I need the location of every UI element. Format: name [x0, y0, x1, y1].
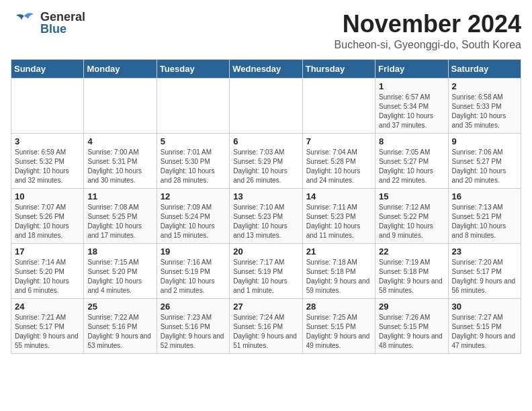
day-info: Sunrise: 7:01 AM Sunset: 5:30 PM Dayligh…: [161, 148, 226, 185]
day-info: Sunrise: 7:16 AM Sunset: 5:19 PM Dayligh…: [161, 258, 226, 295]
logo-blue: Blue: [40, 23, 85, 35]
day-info: Sunrise: 7:19 AM Sunset: 5:18 PM Dayligh…: [379, 258, 444, 295]
calendar-cell: 11Sunrise: 7:08 AM Sunset: 5:25 PM Dayli…: [84, 188, 157, 243]
calendar-week-row: 17Sunrise: 7:14 AM Sunset: 5:20 PM Dayli…: [11, 243, 521, 298]
calendar-cell: 8Sunrise: 7:05 AM Sunset: 5:27 PM Daylig…: [375, 133, 448, 188]
day-info: Sunrise: 7:09 AM Sunset: 5:24 PM Dayligh…: [161, 203, 226, 240]
calendar-cell: 12Sunrise: 7:09 AM Sunset: 5:24 PM Dayli…: [157, 188, 229, 243]
day-number: 4: [87, 136, 152, 146]
day-number: 16: [452, 191, 517, 201]
day-info: Sunrise: 7:15 AM Sunset: 5:20 PM Dayligh…: [87, 258, 152, 295]
calendar-table: SundayMondayTuesdayWednesdayThursdayFrid…: [11, 59, 521, 354]
day-number: 29: [379, 302, 444, 312]
calendar-cell: 28Sunrise: 7:25 AM Sunset: 5:15 PM Dayli…: [302, 298, 375, 353]
calendar-cell: 5Sunrise: 7:01 AM Sunset: 5:30 PM Daylig…: [157, 133, 229, 188]
day-info: Sunrise: 7:08 AM Sunset: 5:25 PM Dayligh…: [87, 203, 152, 240]
month-title: November 2024: [335, 11, 521, 38]
calendar-week-row: 24Sunrise: 7:21 AM Sunset: 5:17 PM Dayli…: [11, 298, 521, 353]
calendar-cell: 24Sunrise: 7:21 AM Sunset: 5:17 PM Dayli…: [11, 298, 84, 353]
day-number: 30: [452, 302, 517, 312]
calendar-cell: [230, 78, 302, 133]
day-number: 26: [161, 302, 226, 312]
day-info: Sunrise: 7:13 AM Sunset: 5:21 PM Dayligh…: [452, 203, 517, 240]
day-info: Sunrise: 7:04 AM Sunset: 5:28 PM Dayligh…: [306, 148, 371, 185]
calendar-cell: 17Sunrise: 7:14 AM Sunset: 5:20 PM Dayli…: [11, 243, 84, 298]
day-info: Sunrise: 7:10 AM Sunset: 5:23 PM Dayligh…: [233, 203, 298, 240]
title-block: November 2024 Bucheon-si, Gyeonggi-do, S…: [335, 11, 521, 51]
day-info: Sunrise: 7:05 AM Sunset: 5:27 PM Dayligh…: [379, 148, 444, 185]
day-info: Sunrise: 7:07 AM Sunset: 5:26 PM Dayligh…: [15, 203, 80, 240]
calendar-cell: 7Sunrise: 7:04 AM Sunset: 5:28 PM Daylig…: [302, 133, 375, 188]
day-info: Sunrise: 6:58 AM Sunset: 5:33 PM Dayligh…: [452, 93, 517, 130]
calendar-cell: 18Sunrise: 7:15 AM Sunset: 5:20 PM Dayli…: [84, 243, 157, 298]
day-info: Sunrise: 7:22 AM Sunset: 5:16 PM Dayligh…: [87, 313, 152, 351]
day-number: 22: [379, 246, 444, 257]
column-header-friday: Friday: [375, 59, 448, 78]
day-number: 13: [233, 191, 298, 201]
day-number: 11: [87, 191, 152, 201]
day-info: Sunrise: 6:59 AM Sunset: 5:32 PM Dayligh…: [15, 148, 80, 185]
day-info: Sunrise: 7:03 AM Sunset: 5:29 PM Dayligh…: [233, 148, 298, 185]
location-subtitle: Bucheon-si, Gyeonggi-do, South Korea: [335, 39, 521, 51]
column-header-sunday: Sunday: [11, 59, 84, 78]
calendar-cell: [11, 78, 84, 133]
calendar-cell: 27Sunrise: 7:24 AM Sunset: 5:16 PM Dayli…: [230, 298, 302, 353]
day-number: 3: [15, 136, 80, 146]
day-info: Sunrise: 7:11 AM Sunset: 5:23 PM Dayligh…: [306, 203, 371, 240]
day-number: 5: [161, 136, 226, 146]
day-info: Sunrise: 7:17 AM Sunset: 5:19 PM Dayligh…: [233, 258, 298, 295]
day-info: Sunrise: 7:20 AM Sunset: 5:17 PM Dayligh…: [452, 258, 517, 295]
calendar-cell: [302, 78, 375, 133]
day-number: 6: [233, 136, 298, 146]
calendar-week-row: 1Sunrise: 6:57 AM Sunset: 5:34 PM Daylig…: [11, 78, 521, 133]
calendar-cell: 23Sunrise: 7:20 AM Sunset: 5:17 PM Dayli…: [448, 243, 521, 298]
calendar-cell: 6Sunrise: 7:03 AM Sunset: 5:29 PM Daylig…: [230, 133, 302, 188]
day-number: 24: [15, 302, 80, 312]
calendar-cell: [84, 78, 157, 133]
calendar-cell: 22Sunrise: 7:19 AM Sunset: 5:18 PM Dayli…: [375, 243, 448, 298]
day-number: 21: [306, 246, 371, 257]
day-number: 12: [161, 191, 226, 201]
logo: General Blue: [11, 11, 85, 35]
calendar-cell: 25Sunrise: 7:22 AM Sunset: 5:16 PM Dayli…: [84, 298, 157, 353]
calendar-cell: 2Sunrise: 6:58 AM Sunset: 5:33 PM Daylig…: [448, 78, 521, 133]
day-info: Sunrise: 7:06 AM Sunset: 5:27 PM Dayligh…: [452, 148, 517, 185]
day-info: Sunrise: 6:57 AM Sunset: 5:34 PM Dayligh…: [379, 93, 444, 130]
day-number: 19: [161, 246, 226, 257]
day-number: 28: [306, 302, 371, 312]
day-number: 2: [452, 81, 517, 91]
calendar-cell: 15Sunrise: 7:12 AM Sunset: 5:22 PM Dayli…: [375, 188, 448, 243]
calendar-cell: 14Sunrise: 7:11 AM Sunset: 5:23 PM Dayli…: [302, 188, 375, 243]
calendar-cell: [157, 78, 229, 133]
day-info: Sunrise: 7:14 AM Sunset: 5:20 PM Dayligh…: [15, 258, 80, 295]
day-info: Sunrise: 7:21 AM Sunset: 5:17 PM Dayligh…: [15, 313, 80, 351]
column-header-saturday: Saturday: [448, 59, 521, 78]
day-info: Sunrise: 7:27 AM Sunset: 5:15 PM Dayligh…: [452, 313, 517, 351]
day-info: Sunrise: 7:23 AM Sunset: 5:16 PM Dayligh…: [161, 313, 226, 351]
column-header-wednesday: Wednesday: [230, 59, 302, 78]
logo-icon: [11, 11, 38, 35]
day-number: 25: [87, 302, 152, 312]
calendar-cell: 13Sunrise: 7:10 AM Sunset: 5:23 PM Dayli…: [230, 188, 302, 243]
day-number: 17: [15, 246, 80, 257]
calendar-cell: 29Sunrise: 7:26 AM Sunset: 5:15 PM Dayli…: [375, 298, 448, 353]
day-info: Sunrise: 7:12 AM Sunset: 5:22 PM Dayligh…: [379, 203, 444, 240]
day-info: Sunrise: 7:26 AM Sunset: 5:15 PM Dayligh…: [379, 313, 444, 351]
calendar-cell: 9Sunrise: 7:06 AM Sunset: 5:27 PM Daylig…: [448, 133, 521, 188]
calendar-cell: 21Sunrise: 7:18 AM Sunset: 5:18 PM Dayli…: [302, 243, 375, 298]
calendar-header-row: SundayMondayTuesdayWednesdayThursdayFrid…: [11, 59, 521, 78]
logo-general: General: [40, 11, 85, 23]
calendar-cell: 26Sunrise: 7:23 AM Sunset: 5:16 PM Dayli…: [157, 298, 229, 353]
day-number: 27: [233, 302, 298, 312]
calendar-cell: 3Sunrise: 6:59 AM Sunset: 5:32 PM Daylig…: [11, 133, 84, 188]
day-number: 23: [452, 246, 517, 257]
day-number: 10: [15, 191, 80, 201]
calendar-cell: 16Sunrise: 7:13 AM Sunset: 5:21 PM Dayli…: [448, 188, 521, 243]
calendar-cell: 20Sunrise: 7:17 AM Sunset: 5:19 PM Dayli…: [230, 243, 302, 298]
day-info: Sunrise: 7:25 AM Sunset: 5:15 PM Dayligh…: [306, 313, 371, 351]
day-number: 20: [233, 246, 298, 257]
column-header-tuesday: Tuesday: [157, 59, 229, 78]
calendar-cell: 4Sunrise: 7:00 AM Sunset: 5:31 PM Daylig…: [84, 133, 157, 188]
logo-text: General Blue: [40, 11, 85, 35]
calendar-cell: 1Sunrise: 6:57 AM Sunset: 5:34 PM Daylig…: [375, 78, 448, 133]
